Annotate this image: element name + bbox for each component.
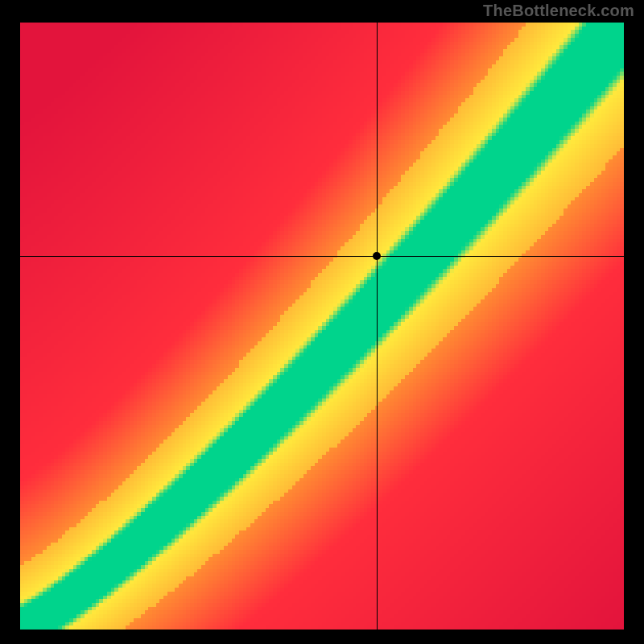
crosshair-vertical <box>377 23 378 630</box>
heatmap-canvas <box>0 0 644 644</box>
crosshair-point <box>373 252 381 260</box>
chart-frame: TheBottleneck.com <box>0 0 644 644</box>
watermark-label: TheBottleneck.com <box>483 2 634 20</box>
crosshair-horizontal <box>20 256 624 257</box>
